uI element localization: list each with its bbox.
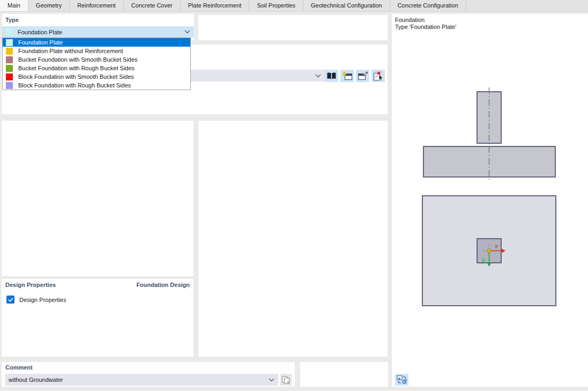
copy-comment-button[interactable] <box>280 374 292 386</box>
option-label: Bucket Foundation with Smooth Bucket Sid… <box>18 56 138 63</box>
design-properties-panel: Design Properties Foundation Design Desi… <box>2 279 193 357</box>
foundation-preview-panel: Foundation Type 'Foundation Plate' x y <box>392 14 588 387</box>
foundation-design-header: Foundation Design <box>136 282 190 288</box>
edit-entry-icon <box>358 71 368 80</box>
bottom-middle-panel <box>300 362 388 387</box>
type-color-swatch <box>6 73 13 80</box>
chevron-down-icon <box>269 378 274 382</box>
type-option-block-rough[interactable]: Block Foundation with Rough Bucket Sides <box>3 81 190 90</box>
checkmark-icon <box>8 298 13 302</box>
option-label: Foundation Plate <box>18 39 63 46</box>
new-entry-icon <box>342 71 353 80</box>
comment-header: Comment <box>5 364 33 371</box>
tab-geometry[interactable]: Geometry <box>28 0 70 11</box>
copy-icon <box>282 376 290 384</box>
foundation-type-dropdown-list: Foundation Plate Foundation Plate withou… <box>2 38 191 90</box>
center-tall-panel <box>198 121 388 357</box>
type-color-swatch <box>5 28 12 35</box>
type-color-swatch <box>6 56 13 63</box>
foundation-drawing: x y <box>392 14 588 387</box>
new-entry-button[interactable] <box>340 70 354 82</box>
foundation-type-value: Foundation Plate <box>18 29 184 35</box>
toggle-view-button[interactable] <box>395 374 408 386</box>
comment-panel: Comment without Groundwater <box>2 362 295 387</box>
type-color-swatch <box>6 82 13 89</box>
type-option-foundation-plate-without-reinforcement[interactable]: Foundation Plate without Reinforcement <box>3 47 190 55</box>
dialog-tab-bar: Main Geometry Reinforcement Concrete Cov… <box>0 0 588 12</box>
comment-value: without Groundwater <box>5 377 269 383</box>
type-option-foundation-plate[interactable]: Foundation Plate <box>3 38 190 47</box>
chevron-down-icon <box>315 74 321 78</box>
type-option-bucket-rough[interactable]: Bucket Foundation with Rough Bucket Side… <box>3 64 190 72</box>
rotate-view-icon <box>397 375 407 385</box>
tab-concrete-configuration[interactable]: Concrete Configuration <box>390 0 466 11</box>
tab-geotechnical-configuration[interactable]: Geotechnical Configuration <box>303 0 390 11</box>
top-middle-panel <box>198 15 388 40</box>
tab-concrete-cover[interactable]: Concrete Cover <box>124 0 181 11</box>
type-color-swatch <box>6 48 13 55</box>
option-label: Block Foundation with Rough Bucket Sides <box>18 82 131 88</box>
foundation-type-combobox[interactable]: Foundation Plate <box>2 26 194 38</box>
axis-x-label: x <box>494 242 498 250</box>
tab-soil-properties[interactable]: Soil Properties <box>249 0 303 11</box>
axis-y-label: y <box>481 256 486 264</box>
library-book-icon <box>326 72 337 80</box>
design-properties-header: Design Properties <box>5 282 56 288</box>
type-color-swatch <box>6 65 13 72</box>
type-color-swatch <box>6 39 13 46</box>
tab-main[interactable]: Main <box>0 0 28 11</box>
chevron-down-icon <box>184 30 190 34</box>
option-label: Bucket Foundation with Rough Bucket Side… <box>18 65 135 71</box>
option-label: Foundation Plate without Reinforcement <box>18 48 123 54</box>
delete-entry-icon <box>373 71 384 81</box>
tab-reinforcement[interactable]: Reinforcement <box>70 0 124 11</box>
design-properties-checkbox[interactable] <box>6 296 14 304</box>
edit-entry-button[interactable] <box>356 70 369 82</box>
tab-plate-reinforcement[interactable]: Plate Reinforcement <box>181 0 250 11</box>
comment-combobox[interactable]: without Groundwater <box>5 374 278 386</box>
origin-dot <box>489 250 490 252</box>
design-properties-checkbox-label: Design Properties <box>19 297 66 303</box>
type-option-block-smooth[interactable]: Block Foundation with Smooth Bucket Side… <box>3 72 190 81</box>
option-label: Block Foundation with Smooth Bucket Side… <box>18 73 134 80</box>
type-section-header: Type <box>5 17 19 23</box>
type-option-bucket-smooth[interactable]: Bucket Foundation with Smooth Bucket Sid… <box>3 55 190 64</box>
library-book-button[interactable] <box>325 70 338 82</box>
left-middle-panel <box>2 121 193 276</box>
delete-entry-button[interactable] <box>371 70 385 82</box>
